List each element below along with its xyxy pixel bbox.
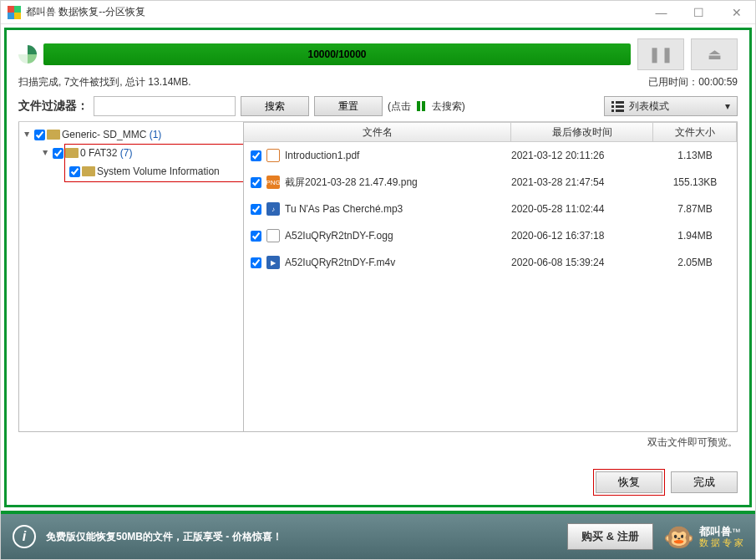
buy-register-button[interactable]: 购买 & 注册 xyxy=(567,523,653,550)
scan-summary: 扫描完成, 7文件被找到, 总计 13.14MB. xyxy=(18,75,191,89)
caret-icon[interactable]: ▸ xyxy=(40,148,52,158)
file-list: 文件名 最后修改时间 文件大小 Introduction1.pdf2021-03… xyxy=(244,122,738,432)
file-size: 2.05MB xyxy=(653,257,737,268)
caret-icon[interactable]: ▸ xyxy=(22,130,33,140)
progress-bar: 10000/10000 xyxy=(43,43,631,65)
brand-logo: 🐵 都叫兽™数 据 专 家 xyxy=(663,522,743,552)
file-row[interactable]: Introduction1.pdf2021-03-12 20:11:261.13… xyxy=(244,142,737,169)
file-row[interactable]: PNG截屏2021-03-28 21.47.49.png2021-03-28 2… xyxy=(244,169,737,196)
view-mode-select[interactable]: 列表模式 ▾ xyxy=(604,96,738,116)
file-name: A52IuQRyR2tnDY-F.ogg xyxy=(285,230,393,242)
mascot-icon: 🐵 xyxy=(663,522,694,552)
stop-button[interactable]: ⏏ xyxy=(691,38,738,70)
file-size: 1.94MB xyxy=(653,230,737,242)
pause-button[interactable]: ❚❚ xyxy=(637,38,684,70)
reset-button[interactable]: 重置 xyxy=(314,96,383,116)
folder-tree[interactable]: ▸ Generic- SD_MMC (1) ▸ 0 FAT32 (7) Syst… xyxy=(18,122,244,432)
file-date: 2020-05-28 11:02:44 xyxy=(511,203,653,215)
app-icon xyxy=(8,6,21,19)
png-file-icon: PNG xyxy=(266,176,280,189)
close-button[interactable]: ✕ xyxy=(718,1,755,24)
spinner-icon xyxy=(18,45,37,64)
folder-icon xyxy=(47,130,60,140)
done-button[interactable]: 完成 xyxy=(671,471,738,493)
filter-label: 文件过滤器： xyxy=(18,99,89,114)
column-name[interactable]: 文件名 xyxy=(244,122,511,142)
file-name: Tu N'As Pas Cherché.mp3 xyxy=(285,203,403,215)
search-button[interactable]: 搜索 xyxy=(241,96,309,116)
footer-banner: i 免费版仅能恢复50MB的文件，正版享受 - 价格惊喜！ 购买 & 注册 🐵 … xyxy=(1,511,755,559)
m4v-file-icon: ▶ xyxy=(266,256,280,269)
file-checkbox[interactable] xyxy=(251,231,261,242)
tree-checkbox[interactable] xyxy=(53,148,63,159)
recover-button[interactable]: 恢复 xyxy=(596,471,662,493)
file-row[interactable]: A52IuQRyR2tnDY-F.ogg2020-06-12 16:37:181… xyxy=(244,222,737,249)
list-icon xyxy=(611,101,624,112)
column-size[interactable]: 文件大小 xyxy=(653,122,737,142)
file-size: 7.87MB xyxy=(653,203,737,215)
progress-text: 10000/10000 xyxy=(307,48,366,60)
file-date: 2021-03-28 21:47:54 xyxy=(511,176,653,188)
minimize-button[interactable]: — xyxy=(642,1,680,24)
tree-root-label[interactable]: Generic- SD_MMC (1) xyxy=(62,129,161,140)
pause-bars-icon xyxy=(417,101,425,111)
file-size: 1.13MB xyxy=(653,150,737,161)
titlebar: 都叫兽 数据恢复--分区恢复 — ☐ ✕ xyxy=(1,1,755,24)
file-date: 2020-06-08 15:39:24 xyxy=(511,257,653,268)
file-checkbox[interactable] xyxy=(251,257,261,268)
file-size: 155.13KB xyxy=(653,176,737,188)
file-name: 截屏2021-03-28 21.47.49.png xyxy=(285,176,418,190)
file-checkbox[interactable] xyxy=(251,177,261,188)
pdf-file-icon xyxy=(266,149,280,162)
view-mode-label: 列表模式 xyxy=(629,99,725,114)
file-name: A52IuQRyR2tnDY-F.m4v xyxy=(285,257,395,268)
elapsed-time: 已用时间：00:00:59 xyxy=(648,75,738,89)
file-date: 2020-06-12 16:37:18 xyxy=(511,230,653,242)
window-title: 都叫兽 数据恢复--分区恢复 xyxy=(26,5,145,19)
file-checkbox[interactable] xyxy=(251,150,261,161)
txt-file-icon xyxy=(266,229,280,242)
file-checkbox[interactable] xyxy=(251,204,261,215)
tree-checkbox[interactable] xyxy=(34,130,45,140)
column-date[interactable]: 最后修改时间 xyxy=(511,122,653,142)
file-row[interactable]: ♪Tu N'As Pas Cherché.mp32020-05-28 11:02… xyxy=(244,196,737,222)
search-hint: (点击 去搜索) xyxy=(388,99,465,114)
preview-hint: 双击文件即可预览。 xyxy=(18,435,738,450)
highlight-box xyxy=(64,144,244,182)
mp3-file-icon: ♪ xyxy=(266,202,280,216)
file-date: 2021-03-12 20:11:26 xyxy=(511,150,653,161)
chevron-down-icon: ▾ xyxy=(725,100,730,112)
maximize-button[interactable]: ☐ xyxy=(680,1,718,24)
filter-input[interactable] xyxy=(94,96,236,116)
file-name: Introduction1.pdf xyxy=(285,150,359,161)
file-row[interactable]: ▶A52IuQRyR2tnDY-F.m4v2020-06-08 15:39:24… xyxy=(244,249,737,276)
footer-message: 免费版仅能恢复50MB的文件，正版享受 - 价格惊喜！ xyxy=(46,530,557,544)
info-icon: i xyxy=(13,525,36,548)
